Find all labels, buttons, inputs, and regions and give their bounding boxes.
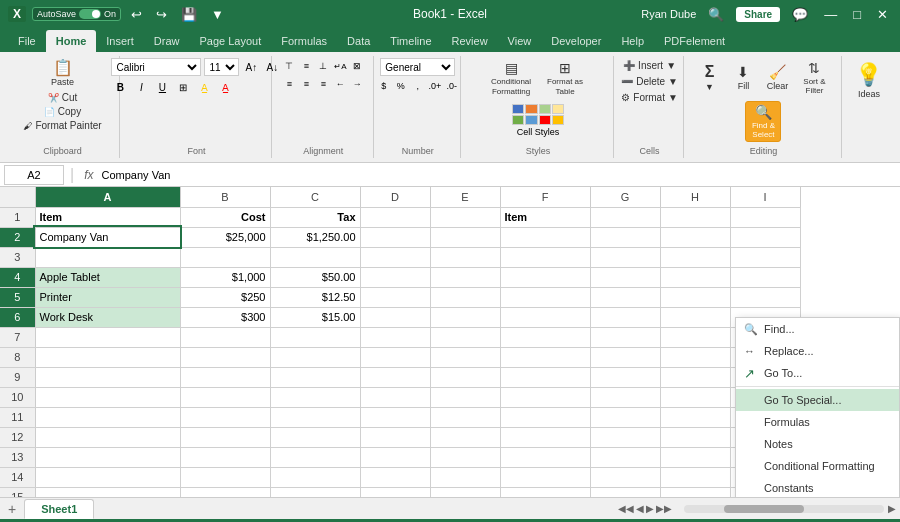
find-select-button[interactable]: 🔍 Find & Select — [745, 101, 781, 142]
cell-F8[interactable] — [500, 347, 590, 367]
menu-item-notes[interactable]: Notes — [736, 433, 899, 455]
cell-F2[interactable] — [500, 227, 590, 247]
insert-button[interactable]: ➕ Insert ▼ — [619, 58, 680, 73]
minimize-button[interactable]: — — [820, 5, 841, 24]
cell-A2[interactable]: Company Van — [35, 227, 180, 247]
cell-H12[interactable] — [660, 427, 730, 447]
tab-review[interactable]: Review — [442, 30, 498, 52]
delete-button[interactable]: ➖ Delete ▼ — [617, 74, 682, 89]
cell-F1[interactable]: Item — [500, 207, 590, 227]
cell-H9[interactable] — [660, 367, 730, 387]
col-header-h[interactable]: H — [660, 187, 730, 207]
cell-D15[interactable] — [360, 487, 430, 497]
cell-C14[interactable] — [270, 467, 360, 487]
cell-A4[interactable]: Apple Tablet — [35, 267, 180, 287]
col-header-e[interactable]: E — [430, 187, 500, 207]
row-number-12[interactable]: 12 — [0, 427, 35, 447]
cell-D8[interactable] — [360, 347, 430, 367]
cell-E9[interactable] — [430, 367, 500, 387]
tab-pdfelement[interactable]: PDFelement — [654, 30, 735, 52]
menu-item-find[interactable]: 🔍 Find... — [736, 318, 899, 340]
cell-H7[interactable] — [660, 327, 730, 347]
quick-save-icon[interactable]: 💾 — [177, 5, 201, 24]
scroll-next-icon[interactable]: ▶ — [646, 503, 654, 514]
row-number-9[interactable]: 9 — [0, 367, 35, 387]
merge-icon[interactable]: ⊠ — [349, 58, 365, 74]
number-format-select[interactable]: General — [380, 58, 455, 76]
cell-C3[interactable] — [270, 247, 360, 267]
cell-E2[interactable] — [430, 227, 500, 247]
cell-F6[interactable] — [500, 307, 590, 327]
cell-B2[interactable]: $25,000 — [180, 227, 270, 247]
cell-E15[interactable] — [430, 487, 500, 497]
cell-C13[interactable] — [270, 447, 360, 467]
cell-H3[interactable] — [660, 247, 730, 267]
cell-B4[interactable]: $1,000 — [180, 267, 270, 287]
cell-B7[interactable] — [180, 327, 270, 347]
cell-G12[interactable] — [590, 427, 660, 447]
font-color-icon[interactable]: A̲ — [216, 78, 234, 96]
cell-I1[interactable] — [730, 207, 800, 227]
cell-E6[interactable] — [430, 307, 500, 327]
font-size-select[interactable]: 11 — [204, 58, 239, 76]
cell-H5[interactable] — [660, 287, 730, 307]
cell-B10[interactable] — [180, 387, 270, 407]
format-button[interactable]: ⚙ Format ▼ — [617, 90, 682, 105]
cell-H6[interactable] — [660, 307, 730, 327]
cell-F9[interactable] — [500, 367, 590, 387]
cell-G14[interactable] — [590, 467, 660, 487]
cell-F5[interactable] — [500, 287, 590, 307]
col-header-f[interactable]: F — [500, 187, 590, 207]
row-number-15[interactable]: 15 — [0, 487, 35, 497]
cell-H11[interactable] — [660, 407, 730, 427]
accounting-icon[interactable]: $ — [376, 78, 392, 94]
cell-F15[interactable] — [500, 487, 590, 497]
row-number-11[interactable]: 11 — [0, 407, 35, 427]
tab-view[interactable]: View — [498, 30, 542, 52]
paste-button[interactable]: 📋 Paste — [44, 58, 82, 89]
scroll-right-end-icon[interactable]: ▶ — [888, 503, 900, 514]
cell-C15[interactable] — [270, 487, 360, 497]
tab-data[interactable]: Data — [337, 30, 380, 52]
cell-A7[interactable] — [35, 327, 180, 347]
cell-G1[interactable] — [590, 207, 660, 227]
col-header-c[interactable]: C — [270, 187, 360, 207]
cell-B13[interactable] — [180, 447, 270, 467]
cell-C8[interactable] — [270, 347, 360, 367]
cell-H10[interactable] — [660, 387, 730, 407]
cell-G15[interactable] — [590, 487, 660, 497]
cell-E1[interactable] — [430, 207, 500, 227]
autosave-toggle[interactable] — [79, 9, 101, 19]
indent-increase-icon[interactable]: → — [349, 76, 365, 92]
cell-E7[interactable] — [430, 327, 500, 347]
cell-E3[interactable] — [430, 247, 500, 267]
cell-A6[interactable]: Work Desk — [35, 307, 180, 327]
close-button[interactable]: ✕ — [873, 5, 892, 24]
cell-B1[interactable]: Cost — [180, 207, 270, 227]
formula-input[interactable] — [102, 169, 897, 181]
cell-A5[interactable]: Printer — [35, 287, 180, 307]
cell-A12[interactable] — [35, 427, 180, 447]
tab-page-layout[interactable]: Page Layout — [189, 30, 271, 52]
row-number-6[interactable]: 6 — [0, 307, 35, 327]
underline-button[interactable]: U — [153, 78, 171, 96]
cell-G5[interactable] — [590, 287, 660, 307]
cell-B14[interactable] — [180, 467, 270, 487]
align-top-icon[interactable]: ⊤ — [281, 58, 297, 74]
cell-C10[interactable] — [270, 387, 360, 407]
indent-decrease-icon[interactable]: ← — [332, 76, 348, 92]
cell-E13[interactable] — [430, 447, 500, 467]
cell-F7[interactable] — [500, 327, 590, 347]
align-bottom-icon[interactable]: ⊥ — [315, 58, 331, 74]
cell-A3[interactable] — [35, 247, 180, 267]
cell-H4[interactable] — [660, 267, 730, 287]
sheet-tab-sheet1[interactable]: Sheet1 — [24, 499, 94, 519]
cell-A13[interactable] — [35, 447, 180, 467]
italic-button[interactable]: I — [132, 78, 150, 96]
menu-item-formulas[interactable]: Formulas — [736, 411, 899, 433]
cell-E14[interactable] — [430, 467, 500, 487]
cell-ref-input[interactable] — [4, 165, 64, 185]
tab-developer[interactable]: Developer — [541, 30, 611, 52]
cell-D11[interactable] — [360, 407, 430, 427]
cell-G2[interactable] — [590, 227, 660, 247]
